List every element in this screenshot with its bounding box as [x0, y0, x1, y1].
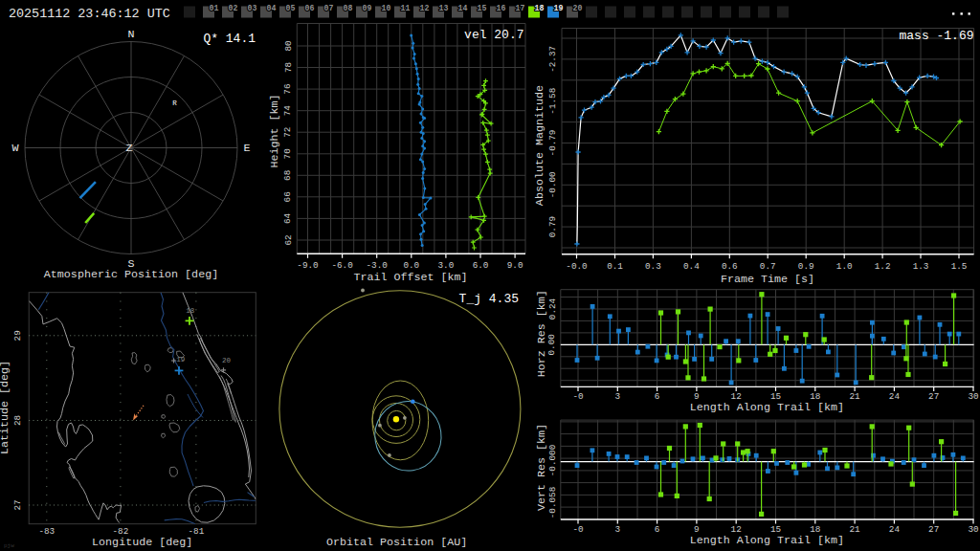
- svg-text:20: 20: [222, 357, 232, 364]
- svg-text:28: 28: [12, 415, 23, 426]
- svg-text:0.00: 0.00: [547, 334, 558, 355]
- svg-text:1.2: 1.2: [875, 261, 891, 272]
- svg-text:vel 20.7: vel 20.7: [464, 28, 523, 42]
- svg-text:Absolute Magnitude: Absolute Magnitude: [533, 85, 546, 206]
- svg-text:-0.0: -0.0: [566, 261, 587, 272]
- svg-text:0.7: 0.7: [760, 261, 776, 272]
- svg-text:-0: -0: [572, 524, 583, 535]
- svg-text:70: 70: [283, 148, 294, 159]
- svg-text:27: 27: [12, 499, 23, 510]
- svg-text:01: 01: [210, 4, 219, 12]
- svg-text:6.0: 6.0: [473, 260, 489, 271]
- svg-text:Length Along Trail [km]: Length Along Trail [km]: [690, 534, 844, 547]
- svg-text:06: 06: [305, 4, 315, 12]
- svg-text:76: 76: [283, 84, 294, 95]
- svg-text:0.4: 0.4: [683, 261, 700, 272]
- svg-text:Vert Res [km]: Vert Res [km]: [535, 424, 548, 511]
- svg-text:E: E: [243, 142, 250, 155]
- svg-text:Atmospheric Position [deg]: Atmospheric Position [deg]: [44, 268, 218, 281]
- svg-text:Length Along Trail [km]: Length Along Trail [km]: [690, 401, 844, 414]
- svg-text:68: 68: [283, 170, 294, 181]
- svg-text:0.79: 0.79: [547, 216, 558, 237]
- svg-text:17: 17: [516, 4, 525, 12]
- svg-text:3.0: 3.0: [438, 260, 455, 271]
- svg-text:08: 08: [344, 4, 353, 12]
- svg-text:16: 16: [497, 4, 506, 12]
- svg-text:-83: -83: [38, 526, 55, 537]
- svg-text:20251112 23:46:12 UTC: 20251112 23:46:12 UTC: [9, 7, 170, 21]
- svg-text:18: 18: [535, 4, 545, 12]
- svg-text:09: 09: [363, 4, 372, 12]
- svg-text:64: 64: [283, 212, 294, 224]
- svg-text:6: 6: [655, 524, 660, 535]
- svg-text:Q* 14.1: Q* 14.1: [203, 32, 256, 46]
- svg-text:Frame Time [s]: Frame Time [s]: [721, 273, 814, 286]
- svg-text:Orbital Position [AU]: Orbital Position [AU]: [326, 536, 467, 549]
- svg-text:27: 27: [928, 524, 939, 535]
- svg-text:-6.0: -6.0: [331, 260, 352, 271]
- svg-text:-2.37: -2.37: [547, 46, 558, 73]
- svg-text:24: 24: [889, 524, 901, 535]
- svg-text:03: 03: [248, 4, 257, 12]
- svg-text:-0.79: -0.79: [547, 130, 558, 157]
- svg-text:24: 24: [889, 391, 901, 402]
- svg-text:02: 02: [229, 4, 238, 12]
- svg-text:21: 21: [850, 524, 861, 535]
- svg-text:1.3: 1.3: [913, 261, 929, 272]
- svg-text:12: 12: [420, 4, 430, 12]
- svg-text:6: 6: [655, 391, 660, 402]
- svg-text:14: 14: [458, 4, 468, 12]
- svg-text:-3.0: -3.0: [367, 260, 388, 271]
- svg-text:T_j 4.35: T_j 4.35: [459, 292, 519, 306]
- svg-text:-0.000: -0.000: [547, 445, 558, 476]
- svg-text:04: 04: [267, 4, 277, 12]
- svg-text:05: 05: [286, 4, 296, 12]
- svg-text:-0.058: -0.058: [547, 487, 558, 518]
- svg-text:27: 27: [928, 391, 939, 402]
- svg-text:Latitude [deg]: Latitude [deg]: [0, 361, 11, 454]
- svg-text:10: 10: [382, 4, 391, 12]
- svg-text:3: 3: [615, 524, 621, 535]
- svg-text:mass -1.69: mass -1.69: [899, 29, 973, 43]
- svg-text:0.9: 0.9: [798, 261, 814, 272]
- svg-text:15: 15: [478, 4, 487, 12]
- svg-text:19: 19: [554, 4, 564, 12]
- svg-text:-9.0: -9.0: [297, 260, 318, 271]
- svg-text:78: 78: [283, 62, 294, 73]
- svg-text:Height [km]: Height [km]: [268, 94, 281, 167]
- svg-text:-0.00: -0.00: [547, 171, 558, 198]
- svg-text:N: N: [127, 28, 134, 41]
- svg-text:13: 13: [439, 4, 449, 12]
- svg-text:0.24: 0.24: [547, 298, 558, 320]
- svg-text:62: 62: [283, 234, 294, 245]
- svg-text:R: R: [172, 99, 177, 107]
- svg-text:W: W: [11, 142, 19, 155]
- svg-text:72: 72: [283, 127, 294, 138]
- svg-text:11: 11: [401, 4, 411, 12]
- svg-text:18: 18: [186, 307, 194, 315]
- svg-text:30: 30: [968, 524, 978, 535]
- svg-text:80: 80: [283, 40, 294, 51]
- svg-text:0.0: 0.0: [403, 260, 419, 271]
- svg-text:Z: Z: [125, 142, 132, 155]
- svg-text:30: 30: [968, 391, 978, 402]
- svg-text:Longitude [deg]: Longitude [deg]: [92, 536, 192, 549]
- svg-text:Horz Res [km]: Horz Res [km]: [535, 290, 548, 377]
- svg-text:-1.58: -1.58: [547, 88, 558, 115]
- svg-text:3: 3: [615, 391, 621, 402]
- svg-text:-0: -0: [572, 391, 583, 402]
- svg-text:pjw: pjw: [4, 542, 14, 549]
- svg-text:19: 19: [176, 356, 185, 364]
- svg-text:07: 07: [324, 4, 334, 12]
- svg-text:Trail Offset [km]: Trail Offset [km]: [353, 271, 467, 284]
- svg-text:20: 20: [573, 4, 583, 12]
- svg-text:29: 29: [12, 330, 23, 341]
- svg-text:21: 21: [850, 391, 861, 402]
- svg-text:74: 74: [283, 105, 294, 117]
- svg-text:1.0: 1.0: [836, 261, 853, 272]
- svg-text:0.6: 0.6: [722, 261, 738, 272]
- svg-text:1.5: 1.5: [951, 261, 968, 272]
- svg-text:9.0: 9.0: [507, 260, 523, 271]
- svg-text:0.3: 0.3: [645, 261, 661, 272]
- svg-text:0.1: 0.1: [607, 261, 623, 272]
